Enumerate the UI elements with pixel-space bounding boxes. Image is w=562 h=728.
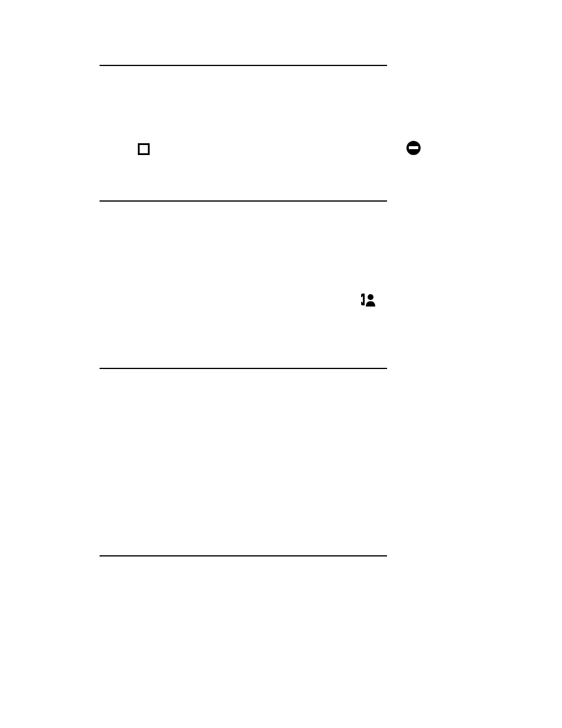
- svg-point-0: [368, 294, 373, 300]
- divider-4: [100, 555, 387, 556]
- no-entry-icon: [406, 141, 421, 155]
- divider-3: [100, 368, 387, 369]
- square-outline-icon: [138, 143, 150, 155]
- divider-2: [100, 200, 387, 202]
- person-bracket-icon: [361, 292, 376, 307]
- divider-1: [100, 65, 387, 66]
